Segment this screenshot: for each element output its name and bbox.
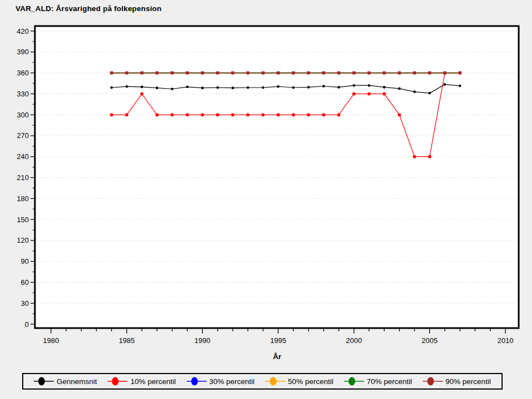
data-point-marker — [171, 113, 174, 116]
x-tick-label: 1995 — [270, 336, 287, 345]
legend-label: 70% percentil — [367, 377, 412, 386]
data-point-marker — [413, 155, 416, 158]
y-tick-label: 30 — [21, 299, 29, 308]
data-point-marker — [291, 113, 295, 116]
legend-item-50-percentil: 50% percentil — [265, 376, 334, 387]
data-point-marker — [367, 71, 371, 75]
data-point-marker — [247, 71, 250, 75]
legend-item-70-percentil: 70% percentil — [344, 376, 412, 387]
data-point-marker — [216, 86, 219, 89]
legend-marker-icon — [187, 376, 207, 387]
y-tick-label: 60 — [21, 278, 29, 287]
legend-marker-icon — [344, 376, 364, 387]
legend-item-gennemsnit: Gennemsnit — [34, 376, 97, 387]
data-point-marker — [337, 113, 340, 116]
chart-page: VAR_ALD: Årsvarighed på folkepension 030… — [0, 0, 532, 399]
y-tick-label: 0 — [25, 320, 29, 329]
data-point-marker — [307, 71, 310, 75]
data-point-marker — [382, 92, 386, 95]
data-point-marker — [232, 86, 234, 89]
data-point-marker — [201, 113, 204, 116]
data-point-marker — [246, 113, 249, 116]
data-point-marker — [428, 155, 431, 158]
data-point-marker — [171, 88, 173, 90]
data-point-marker — [337, 86, 340, 89]
data-point-marker — [201, 71, 204, 75]
data-point-marker — [292, 71, 295, 75]
data-point-marker — [383, 71, 386, 75]
data-point-marker — [383, 86, 386, 89]
data-point-marker — [125, 85, 128, 88]
y-tick-label: 240 — [17, 152, 29, 161]
data-point-marker — [110, 113, 113, 116]
y-tick-label: 150 — [17, 216, 29, 224]
y-tick-label: 330 — [17, 90, 29, 98]
data-point-marker — [398, 71, 401, 75]
legend-marker-icon — [423, 376, 443, 387]
data-point-marker — [413, 90, 416, 93]
legend-box: Gennemsnit10% percentil30% percentil50% … — [22, 373, 503, 390]
data-point-marker — [201, 86, 204, 89]
y-tick-label: 270 — [17, 131, 29, 140]
y-tick-label: 420 — [17, 27, 29, 35]
y-tick-label: 390 — [17, 48, 29, 56]
y-tick-label: 360 — [17, 69, 29, 77]
data-point-marker — [413, 71, 416, 75]
data-point-marker — [323, 85, 325, 88]
legend-label: 90% percentil — [446, 377, 491, 386]
data-point-marker — [216, 71, 219, 75]
data-point-marker — [443, 71, 447, 75]
data-point-marker — [428, 92, 431, 95]
data-point-marker — [186, 113, 189, 116]
data-point-marker — [398, 88, 401, 90]
data-point-marker — [367, 92, 371, 95]
data-point-marker — [140, 71, 144, 75]
x-tick-label: 1980 — [43, 336, 59, 345]
legend-label: 50% percentil — [288, 377, 334, 386]
data-point-marker — [141, 85, 144, 88]
data-point-marker — [186, 85, 189, 88]
data-point-marker — [337, 71, 341, 75]
data-point-marker — [155, 113, 158, 116]
data-point-marker — [262, 71, 265, 75]
x-axis-label: År — [238, 352, 316, 361]
x-tick-label: 1985 — [119, 336, 135, 345]
data-point-marker — [140, 92, 144, 95]
data-point-marker — [171, 71, 174, 75]
data-point-marker — [307, 113, 310, 116]
data-point-marker — [352, 92, 356, 95]
data-point-marker — [247, 86, 249, 89]
data-point-marker — [216, 113, 219, 116]
data-point-marker — [156, 86, 158, 89]
data-point-marker — [231, 113, 234, 116]
data-point-marker — [125, 71, 129, 75]
data-point-marker — [398, 113, 401, 116]
chart-plot-area: 0306090120150180210240270300330360390420… — [0, 0, 532, 399]
x-tick-label: 2000 — [346, 336, 362, 345]
legend-item-10-percentil: 10% percentil — [108, 376, 176, 387]
data-point-marker — [231, 71, 234, 75]
x-tick-label: 2010 — [498, 336, 514, 345]
data-point-marker — [262, 86, 264, 89]
legend-label: 30% percentil — [209, 377, 255, 386]
data-point-marker — [352, 84, 355, 87]
legend-item-30-percentil: 30% percentil — [187, 376, 255, 387]
data-point-marker — [322, 113, 325, 116]
data-point-marker — [277, 113, 280, 116]
data-point-marker — [368, 84, 371, 87]
data-point-marker — [186, 71, 189, 75]
x-tick-label: 2005 — [422, 336, 438, 345]
data-point-marker — [262, 113, 265, 116]
data-point-marker — [458, 71, 462, 75]
data-point-marker — [443, 83, 446, 86]
plot-background — [35, 26, 519, 328]
data-point-marker — [292, 86, 295, 89]
y-tick-label: 90 — [21, 257, 29, 265]
data-point-marker — [459, 85, 462, 88]
data-point-marker — [352, 71, 356, 75]
legend-label: 10% percentil — [130, 377, 176, 386]
data-point-marker — [110, 86, 113, 89]
legend-marker-icon — [265, 376, 285, 387]
data-point-marker — [110, 71, 114, 75]
y-tick-label: 300 — [17, 111, 29, 119]
